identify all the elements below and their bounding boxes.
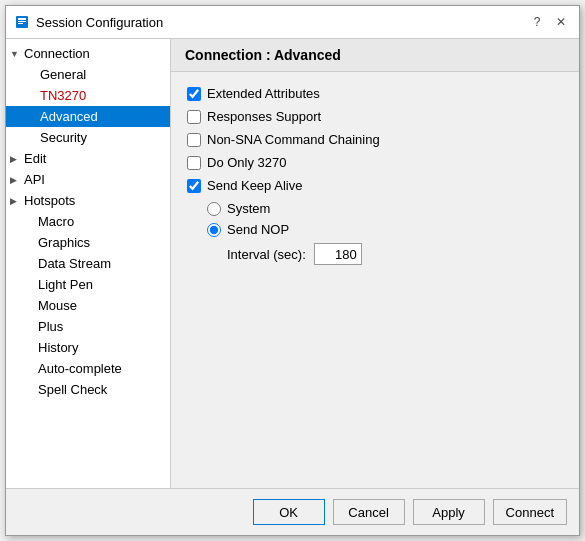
- do-only-3270-label: Do Only 3270: [207, 155, 287, 170]
- title-controls: ? ✕: [527, 12, 571, 32]
- session-config-dialog: Session Configuration ? ✕ ▼ Connection G…: [5, 5, 580, 536]
- apply-button[interactable]: Apply: [413, 499, 485, 525]
- do-only-3270-row: Do Only 3270: [187, 155, 563, 170]
- help-button[interactable]: ?: [527, 12, 547, 32]
- sidebar-item-general[interactable]: General: [6, 64, 170, 85]
- sidebar-item-security[interactable]: Security: [6, 127, 170, 148]
- main-panel: Connection : Advanced Extended Attribute…: [171, 39, 579, 488]
- sidebar-item-hotspots[interactable]: ▶ Hotspots: [6, 190, 170, 211]
- sidebar-item-mouse[interactable]: Mouse: [6, 295, 170, 316]
- mouse-label: Mouse: [38, 298, 77, 313]
- spell-check-label: Spell Check: [38, 382, 107, 397]
- send-keep-alive-checkbox[interactable]: [187, 179, 201, 193]
- plus-label: Plus: [38, 319, 63, 334]
- cancel-button[interactable]: Cancel: [333, 499, 405, 525]
- interval-input[interactable]: [314, 243, 362, 265]
- connection-label: Connection: [24, 46, 90, 61]
- send-nop-radio[interactable]: [207, 223, 221, 237]
- extended-attributes-row: Extended Attributes: [187, 86, 563, 101]
- extended-attributes-label: Extended Attributes: [207, 86, 320, 101]
- advanced-label: Advanced: [40, 109, 98, 124]
- svg-rect-1: [18, 18, 26, 20]
- responses-support-row: Responses Support: [187, 109, 563, 124]
- interval-row: Interval (sec):: [227, 243, 563, 265]
- sidebar-item-plus[interactable]: Plus: [6, 316, 170, 337]
- dialog-title: Session Configuration: [36, 15, 527, 30]
- general-label: General: [40, 67, 86, 82]
- sidebar-item-tn3270[interactable]: TN3270: [6, 85, 170, 106]
- panel-header: Connection : Advanced: [171, 39, 579, 72]
- keep-alive-radio-group: System Send NOP Interval (sec):: [207, 201, 563, 265]
- sidebar-item-edit[interactable]: ▶ Edit: [6, 148, 170, 169]
- sidebar-item-graphics[interactable]: Graphics: [6, 232, 170, 253]
- title-bar: Session Configuration ? ✕: [6, 6, 579, 39]
- do-only-3270-checkbox[interactable]: [187, 156, 201, 170]
- api-label: API: [24, 172, 45, 187]
- sidebar-item-light-pen[interactable]: Light Pen: [6, 274, 170, 295]
- connect-button[interactable]: Connect: [493, 499, 567, 525]
- sidebar-item-connection[interactable]: ▼ Connection: [6, 43, 170, 64]
- sidebar: ▼ Connection General TN3270 Advanced Sec…: [6, 39, 171, 488]
- responses-support-label: Responses Support: [207, 109, 321, 124]
- system-radio-label: System: [227, 201, 270, 216]
- light-pen-label: Light Pen: [38, 277, 93, 292]
- security-label: Security: [40, 130, 87, 145]
- svg-rect-2: [18, 21, 26, 22]
- send-keep-alive-row: Send Keep Alive: [187, 178, 563, 193]
- edit-arrow: ▶: [10, 154, 24, 164]
- send-nop-radio-row: Send NOP: [207, 222, 563, 237]
- sidebar-item-macro[interactable]: Macro: [6, 211, 170, 232]
- svg-rect-3: [18, 23, 23, 24]
- panel-content: Extended Attributes Responses Support No…: [171, 72, 579, 488]
- extended-attributes-checkbox[interactable]: [187, 87, 201, 101]
- sidebar-item-spell-check[interactable]: Spell Check: [6, 379, 170, 400]
- data-stream-label: Data Stream: [38, 256, 111, 271]
- non-sna-row: Non-SNA Command Chaining: [187, 132, 563, 147]
- graphics-label: Graphics: [38, 235, 90, 250]
- ok-button[interactable]: OK: [253, 499, 325, 525]
- hotspots-label: Hotspots: [24, 193, 75, 208]
- macro-label: Macro: [38, 214, 74, 229]
- non-sna-label: Non-SNA Command Chaining: [207, 132, 380, 147]
- non-sna-checkbox[interactable]: [187, 133, 201, 147]
- sidebar-item-auto-complete[interactable]: Auto-complete: [6, 358, 170, 379]
- send-nop-radio-label: Send NOP: [227, 222, 289, 237]
- send-keep-alive-label: Send Keep Alive: [207, 178, 302, 193]
- app-icon: [14, 14, 30, 30]
- history-label: History: [38, 340, 78, 355]
- content-area: ▼ Connection General TN3270 Advanced Sec…: [6, 39, 579, 488]
- connection-arrow: ▼: [10, 49, 24, 59]
- interval-label: Interval (sec):: [227, 247, 306, 262]
- auto-complete-label: Auto-complete: [38, 361, 122, 376]
- sidebar-item-data-stream[interactable]: Data Stream: [6, 253, 170, 274]
- tn3270-label: TN3270: [40, 88, 86, 103]
- sidebar-item-history[interactable]: History: [6, 337, 170, 358]
- close-button[interactable]: ✕: [551, 12, 571, 32]
- sidebar-item-api[interactable]: ▶ API: [6, 169, 170, 190]
- edit-label: Edit: [24, 151, 46, 166]
- hotspots-arrow: ▶: [10, 196, 24, 206]
- api-arrow: ▶: [10, 175, 24, 185]
- system-radio[interactable]: [207, 202, 221, 216]
- system-radio-row: System: [207, 201, 563, 216]
- responses-support-checkbox[interactable]: [187, 110, 201, 124]
- button-bar: OK Cancel Apply Connect: [6, 488, 579, 535]
- sidebar-item-advanced[interactable]: Advanced: [6, 106, 170, 127]
